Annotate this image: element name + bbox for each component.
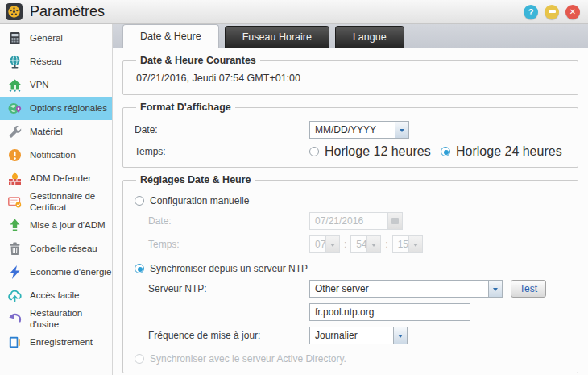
sidebar-item-factory-reset[interactable]: Restauration d'usine xyxy=(0,307,112,331)
sidebar-item-registration[interactable]: Enregistrement xyxy=(0,331,112,354)
adm-update-icon xyxy=(7,218,23,233)
close-button[interactable]: ✕ xyxy=(565,5,580,19)
current-datetime-legend: Date & Heure Courantes xyxy=(136,55,260,66)
manual-date-label: Date: xyxy=(135,215,309,227)
sidebar-item-label: Matériel xyxy=(30,127,112,138)
certificate-icon xyxy=(7,194,23,210)
hardware-icon xyxy=(7,124,23,140)
chevron-down-icon[interactable] xyxy=(395,122,408,138)
clock-24h-radio[interactable] xyxy=(441,147,450,156)
sidebar-item-label: Mise à jour d'ADM xyxy=(30,220,112,231)
current-datetime-section: Date & Heure Courantes 07/21/2016, Jeudi… xyxy=(122,55,578,95)
manual-config-label[interactable]: Configuration manuelle xyxy=(150,195,249,206)
display-format-legend: Format D'affichage xyxy=(136,102,235,113)
sidebar-item-network-recycle-bin[interactable]: Corbeille réseau xyxy=(0,237,112,260)
manual-date-input: 07/21/2016 xyxy=(309,212,403,230)
ad-sync-label: Synchroniser avec le serveur Active Dire… xyxy=(150,353,346,365)
sidebar-item-easy-access[interactable]: Accès facile xyxy=(0,284,112,307)
manual-config-option[interactable]: Configuration manuelle xyxy=(135,195,568,206)
sidebar-item-certificate-manager[interactable]: Gestionnaire de Certificat xyxy=(0,190,112,214)
registration-icon xyxy=(7,335,23,350)
chevron-down-icon[interactable] xyxy=(393,327,407,344)
tab-langue[interactable]: Langue xyxy=(335,26,404,48)
vpn-icon xyxy=(7,77,23,93)
ntp-custom-server-input[interactable] xyxy=(309,303,470,321)
clock-12h-radio[interactable] xyxy=(309,147,319,156)
ntp-sync-label[interactable]: Synchroniser depuis un serveur NTP xyxy=(150,263,308,274)
datetime-settings-legend: Réglages Date & Heure xyxy=(136,174,255,185)
clock-12h-label[interactable]: Horloge 12 heures xyxy=(325,144,431,159)
sidebar-item-regional-options[interactable]: Options régionales xyxy=(0,97,112,120)
ntp-server-select[interactable]: Other server xyxy=(309,280,503,298)
easy-access-icon xyxy=(7,288,23,303)
sidebar-item-label: VPN xyxy=(30,80,112,91)
tab-bar: Date & Heure Fuseau Horaire Langue xyxy=(113,24,588,48)
clock-12h-option[interactable]: Horloge 12 heures xyxy=(309,144,441,159)
minute-select: 54 xyxy=(350,235,381,253)
date-format-label: Date: xyxy=(135,124,309,135)
ntp-server-label: Serveur NTP: xyxy=(135,283,309,294)
window-controls: ? ✕ xyxy=(524,5,580,19)
minimize-button[interactable] xyxy=(545,5,559,19)
sidebar-item-adm-update[interactable]: Mise à jour d'ADM xyxy=(0,214,112,237)
network-icon xyxy=(7,54,23,69)
sidebar-item-energy-saving[interactable]: Economie d'énergie xyxy=(0,260,112,284)
sidebar-item-label: Options régionales xyxy=(30,103,112,115)
sidebar-item-label: Corbeille réseau xyxy=(30,244,112,255)
network-recycle-icon xyxy=(7,241,23,256)
ntp-custom-server-row xyxy=(135,303,568,321)
energy-saving-icon xyxy=(7,265,23,280)
chevron-down-icon xyxy=(366,236,380,252)
sidebar-item-network[interactable]: Réseau xyxy=(0,50,112,73)
second-select: 15 xyxy=(392,235,423,253)
ntp-server-row: Serveur NTP: Other server Test xyxy=(135,280,568,298)
ntp-sync-radio[interactable] xyxy=(135,264,144,273)
ad-sync-radio xyxy=(135,354,144,364)
sidebar-item-vpn[interactable]: VPN xyxy=(0,73,112,97)
time-separator: : xyxy=(344,239,346,250)
regional-options-icon xyxy=(7,101,23,116)
sidebar-item-hardware[interactable]: Matériel xyxy=(0,120,112,144)
adm-defender-icon xyxy=(7,171,23,186)
date-format-row: Date: MM/DD/YYYY xyxy=(135,121,568,139)
sidebar: Général Réseau VPN Options régionales Ma… xyxy=(0,24,113,375)
time-format-row: Temps: Horloge 12 heures Horloge 24 heur… xyxy=(135,144,568,159)
time-separator: : xyxy=(385,239,387,250)
display-format-section: Format D'affichage Date: MM/DD/YYYY Temp… xyxy=(122,102,578,168)
sidebar-item-label: Réseau xyxy=(30,56,112,68)
ntp-sync-option[interactable]: Synchroniser depuis un serveur NTP xyxy=(135,263,568,274)
tab-fuseau-horaire[interactable]: Fuseau Horaire xyxy=(225,26,329,48)
time-format-label: Temps: xyxy=(135,146,309,157)
page-title: Paramètres xyxy=(30,3,516,20)
tab-date-heure[interactable]: Date & Heure xyxy=(122,24,219,48)
help-button[interactable]: ? xyxy=(524,5,538,19)
sidebar-item-label: Général xyxy=(30,33,112,44)
date-format-select[interactable]: MM/DD/YYYY xyxy=(309,121,409,139)
manual-date-row: Date: 07/21/2016 xyxy=(135,212,568,230)
current-datetime-value: 07/21/2016, Jeudi 07:54 GMT+01:00 xyxy=(135,69,568,86)
sidebar-item-general[interactable]: Général xyxy=(0,27,112,50)
sidebar-item-adm-defender[interactable]: ADM Defender xyxy=(0,167,112,190)
sidebar-item-notification[interactable]: Notification xyxy=(0,144,112,167)
calendar-icon xyxy=(387,213,402,229)
test-button[interactable]: Test xyxy=(511,280,546,298)
sidebar-item-label: Economie d'énergie xyxy=(30,267,112,278)
manual-config-radio[interactable] xyxy=(135,196,144,206)
tab-content: Date & Heure Courantes 07/21/2016, Jeudi… xyxy=(113,48,588,375)
clock-24h-label[interactable]: Horloge 24 heures xyxy=(456,144,562,159)
update-frequency-select[interactable]: Journalier xyxy=(309,327,408,344)
sidebar-item-label: Gestionnaire de Certificat xyxy=(30,191,112,214)
chevron-down-icon xyxy=(325,236,339,252)
clock-24h-option[interactable]: Horloge 24 heures xyxy=(441,144,562,159)
factory-reset-icon xyxy=(7,311,23,327)
sidebar-item-label: Restauration d'usine xyxy=(30,308,112,331)
chevron-down-icon[interactable] xyxy=(488,281,502,297)
sidebar-item-label: Notification xyxy=(30,150,112,161)
sidebar-item-label: Accès facile xyxy=(30,290,112,302)
ad-sync-option: Synchroniser avec le serveur Active Dire… xyxy=(135,353,568,365)
update-frequency-label: Fréquence de mise à jour: xyxy=(135,330,309,341)
main-panel: Date & Heure Fuseau Horaire Langue Date … xyxy=(113,24,588,375)
manual-time-label: Temps: xyxy=(135,239,309,250)
update-frequency-row: Fréquence de mise à jour: Journalier xyxy=(135,327,568,344)
notification-icon xyxy=(7,148,23,163)
